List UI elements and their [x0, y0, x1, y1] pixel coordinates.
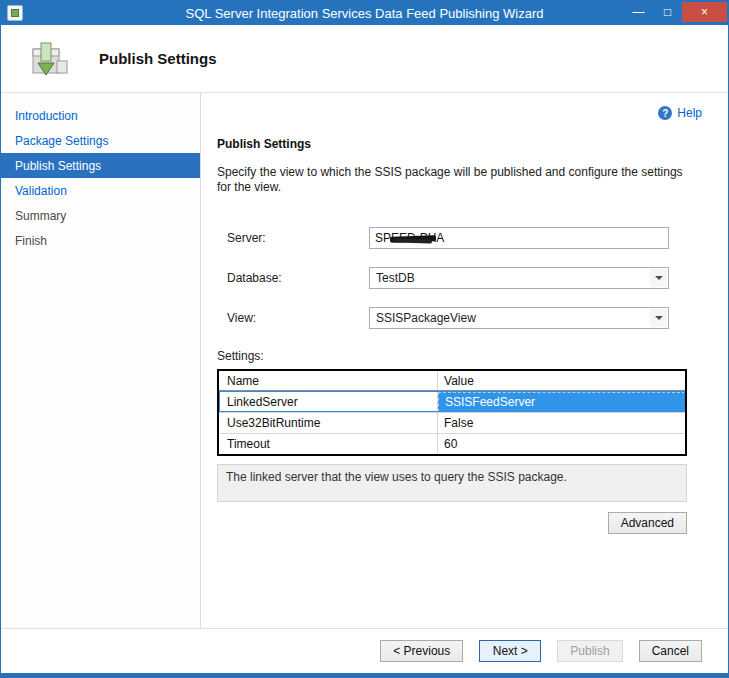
app-icon-glyph — [11, 9, 19, 17]
page-title: Publish Settings — [99, 50, 217, 67]
wizard-window: SQL Server Integration Services Data Fee… — [0, 0, 729, 678]
sidebar-item-validation[interactable]: Validation — [1, 178, 200, 203]
setting-description-box: The linked server that the view uses to … — [217, 464, 687, 502]
settings-table: Name Value LinkedServer SSISFeedServer U… — [217, 369, 687, 456]
window-title: SQL Server Integration Services Data Fee… — [1, 6, 728, 21]
chevron-down-icon[interactable] — [650, 309, 667, 327]
database-row: Database: TestDB — [227, 267, 702, 289]
server-row: Server: — [227, 227, 702, 249]
setting-value[interactable]: False — [438, 413, 685, 433]
table-row[interactable]: Timeout 60 — [219, 433, 685, 454]
sidebar-item-summary: Summary — [1, 203, 200, 228]
table-header-row: Name Value — [219, 371, 685, 391]
setting-name: LinkedServer — [219, 392, 438, 412]
sidebar-item-publish-settings[interactable]: Publish Settings — [1, 153, 200, 178]
help-link[interactable]: ? Help — [217, 105, 702, 121]
cancel-button[interactable]: Cancel — [639, 640, 702, 662]
help-label: Help — [677, 106, 702, 120]
table-row[interactable]: Use32BitRuntime False — [219, 412, 685, 433]
chevron-down-icon[interactable] — [650, 269, 667, 287]
sidebar-item-introduction[interactable]: Introduction — [1, 103, 200, 128]
database-dropdown[interactable]: TestDB — [369, 267, 669, 289]
wizard-header: Publish Settings — [1, 25, 728, 93]
sidebar-item-package-settings[interactable]: Package Settings — [1, 128, 200, 153]
advanced-row: Advanced — [217, 512, 687, 534]
setting-name: Use32BitRuntime — [219, 413, 438, 433]
publish-settings-icon — [27, 39, 71, 79]
minimize-button[interactable]: — — [624, 2, 653, 22]
close-button[interactable]: × — [682, 2, 727, 22]
app-icon — [7, 5, 23, 21]
wizard-footer: < Previous Next > Publish Cancel — [1, 628, 728, 673]
titlebar: SQL Server Integration Services Data Fee… — [1, 1, 728, 25]
window-controls: — □ × — [624, 2, 728, 22]
view-dropdown[interactable]: SSISPackageView — [369, 307, 669, 329]
column-header-name: Name — [219, 371, 438, 390]
view-row: View: SSISPackageView — [227, 307, 702, 329]
section-description: Specify the view to which the SSIS packa… — [217, 165, 691, 195]
database-label: Database: — [227, 271, 369, 285]
sidebar-item-finish: Finish — [1, 228, 200, 253]
next-button[interactable]: Next > — [479, 640, 541, 662]
table-row[interactable]: LinkedServer SSISFeedServer — [219, 391, 685, 412]
server-label: Server: — [227, 231, 369, 245]
database-selected-value: TestDB — [376, 271, 415, 285]
advanced-button[interactable]: Advanced — [608, 512, 687, 534]
setting-value[interactable]: 60 — [438, 434, 685, 454]
help-icon: ? — [658, 106, 672, 120]
settings-label: Settings: — [217, 349, 702, 363]
view-label: View: — [227, 311, 369, 325]
steps-sidebar: Introduction Package Settings Publish Se… — [1, 93, 201, 628]
server-input-wrap — [369, 227, 669, 249]
previous-button[interactable]: < Previous — [380, 640, 463, 662]
column-header-value: Value — [438, 371, 685, 390]
setting-value[interactable]: SSISFeedServer — [438, 392, 685, 412]
main-content: ? Help Publish Settings Specify the view… — [201, 93, 728, 628]
wizard-body: Introduction Package Settings Publish Se… — [1, 93, 728, 628]
section-title: Publish Settings — [217, 137, 702, 151]
maximize-button[interactable]: □ — [653, 2, 682, 22]
publish-button: Publish — [557, 640, 622, 662]
setting-name: Timeout — [219, 434, 438, 454]
view-selected-value: SSISPackageView — [376, 311, 476, 325]
